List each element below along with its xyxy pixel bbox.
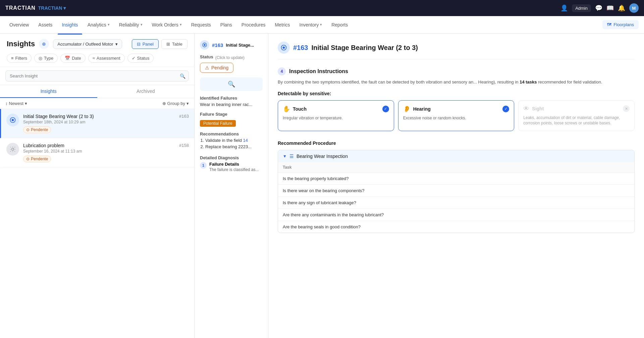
chevron-down-icon: ▾: [141, 22, 143, 27]
nav-item-requests[interactable]: Requests: [187, 19, 215, 30]
view-panel-button[interactable]: ⊟ Panel: [132, 39, 159, 49]
sense-name: Sight: [532, 106, 544, 111]
date-filter-button[interactable]: 📅 Date: [60, 54, 85, 63]
right-panel: #163 Initial Stage Bearing Wear (2 to 3)…: [268, 34, 644, 338]
chevron-down-icon: ▾: [186, 101, 189, 106]
nav-item-analytics[interactable]: Analytics ▾: [84, 19, 114, 30]
svg-point-1: [12, 119, 14, 121]
detail-header: #163 Initial Stage...: [200, 40, 263, 50]
view-table-button[interactable]: ⊞ Table: [161, 39, 187, 49]
status-click-hint: (Click to update): [215, 55, 245, 60]
nav-item-overview[interactable]: Overview: [5, 19, 33, 30]
sense-card-touch: ✋ Touch ✓ Irregular vibration or tempera…: [278, 100, 394, 131]
tractian-brand-btn[interactable]: TRACTIAN ▾: [38, 5, 66, 11]
nav-item-procedures[interactable]: Procedures: [237, 19, 270, 30]
nav-item-plans[interactable]: Plans: [216, 19, 236, 30]
tractian-logo: TRACTIAN: [5, 5, 36, 11]
admin-label: Admin: [575, 6, 588, 11]
insight-number: #158: [179, 143, 189, 148]
list-item: Replace bearing 2223...: [205, 144, 263, 149]
search-action-icon: 🔍: [228, 80, 235, 88]
procedure-table: Task Is the bearing properly lubricated?…: [278, 162, 634, 233]
bell-icon[interactable]: 🔔: [618, 4, 625, 12]
middle-insight-title: Initial Stage...: [226, 43, 254, 48]
procedure-header[interactable]: ▼ ☰ Bearing Wear Inspection: [278, 150, 634, 162]
step-desc: The failure is classified as...: [209, 167, 259, 172]
sense-card-header: ✋ Touch ✓: [283, 105, 389, 113]
admin-button[interactable]: Admin: [572, 4, 591, 12]
step-number: 1: [200, 162, 207, 169]
sense-card-hearing: 👂 Hearing ✓ Excessive noise or random kn…: [398, 100, 515, 131]
sense-desc: Irregular vibration or temperature.: [283, 115, 389, 121]
right-insight-num: #163: [293, 44, 308, 52]
list-item: Validate in the field 14: [205, 138, 263, 143]
nav-item-insights[interactable]: Insights: [58, 19, 82, 30]
sense-cards: ✋ Touch ✓ Irregular vibration or tempera…: [278, 100, 635, 131]
recommendations-label: Recommendations: [200, 131, 263, 136]
tabs-row: Insights Archived: [0, 85, 194, 98]
type-filter-button[interactable]: ◎ Type: [34, 54, 58, 63]
sense-card-header: 👂 Hearing ✓: [403, 105, 509, 113]
nav-item-reliability[interactable]: Reliability ▾: [115, 19, 147, 30]
nav-item-work-orders[interactable]: Work Orders ▾: [148, 19, 186, 30]
inspection-step-badge: 4: [278, 67, 286, 75]
filters-button[interactable]: ≡ Filters: [7, 54, 32, 63]
detailed-diagnosis-label: Detailed Diagnosis: [200, 155, 263, 160]
status-badge: ⊙ Pendente: [23, 156, 51, 162]
topbar-right: 👤 Admin 💬 📖 🔔 M: [560, 3, 639, 13]
chat-icon[interactable]: 💬: [595, 4, 602, 12]
identified-failures-section: Identified Failures Wear in bearing inne…: [200, 96, 263, 107]
nav-item-assets[interactable]: Assets: [34, 19, 56, 30]
nav-item-inventory[interactable]: Inventory ▾: [296, 19, 326, 30]
panel-title-row: Insights ⊕ Accumulator / Outfeed Motor ▾…: [7, 39, 187, 49]
floorplans-icon: 🗺: [607, 22, 611, 27]
assessment-filter-button[interactable]: ≈ Assessment: [88, 54, 125, 63]
insight-date: September 18th, 2024 at 10:29 am: [23, 120, 189, 124]
search-input[interactable]: [5, 70, 189, 81]
insight-number: #163: [179, 114, 189, 119]
insight-title: Initial Stage Bearing Wear (2 to 3): [23, 114, 189, 119]
failure-text: Wear in bearing inner rac...: [200, 102, 263, 107]
right-panel-header: #163 Initial Stage Bearing Wear (2 to 3): [278, 42, 635, 59]
insight-title: Lubrication problem: [23, 143, 189, 148]
rec-link[interactable]: 14: [243, 138, 248, 143]
x-icon: ✕: [623, 105, 630, 112]
middle-insight-num: #163: [212, 42, 223, 48]
avatar[interactable]: M: [629, 3, 639, 13]
status-filter-button[interactable]: ✓ Status: [127, 54, 154, 63]
search-action[interactable]: 🔍: [200, 77, 263, 91]
touch-icon: ✋: [283, 105, 290, 113]
list-item[interactable]: Lubrication problem September 16, 2024 a…: [0, 138, 194, 167]
checklist-icon: ☰: [289, 154, 294, 159]
tab-insights[interactable]: Insights: [0, 85, 97, 98]
table-row: Is there wear on the bearing components?: [278, 185, 634, 197]
list-item[interactable]: Initial Stage Bearing Wear (2 to 3) Sept…: [0, 109, 194, 138]
book-icon[interactable]: 📖: [606, 4, 614, 12]
pending-badge[interactable]: ⚠ Pending: [200, 63, 233, 73]
page-title: Insights: [7, 40, 35, 48]
status-icon: ✓: [132, 56, 136, 61]
chevron-down-icon: ▾: [180, 22, 182, 27]
floorplans-button[interactable]: 🗺 Floorplans: [602, 20, 639, 29]
nav-item-reports[interactable]: Reports: [327, 19, 352, 30]
nav-item-metrics[interactable]: Metrics: [271, 19, 294, 30]
inspection-section: 4 Inspection Instructions By combining t…: [278, 67, 635, 131]
user-icon: 👤: [560, 4, 568, 12]
chevron-down-icon: ▾: [115, 42, 118, 47]
sort-icon: ↕: [5, 101, 8, 106]
sort-button[interactable]: ↕ Newest ▾: [5, 101, 27, 106]
insight-list: Initial Stage Bearing Wear (2 to 3) Sept…: [0, 109, 194, 338]
panel-header: Insights ⊕ Accumulator / Outfeed Motor ▾…: [0, 34, 194, 67]
sense-card-sight: 👁 Sight ✕ Leaks, accumulation of dirt or…: [518, 100, 635, 131]
asset-selector[interactable]: Accumulator / Outfeed Motor ▾: [53, 39, 122, 49]
procedure-item: ▼ ☰ Bearing Wear Inspection Task Is the …: [278, 150, 635, 233]
view-toggle: ⊟ Panel ⊞ Table: [132, 39, 187, 49]
tab-archived[interactable]: Archived: [97, 85, 195, 98]
sense-name: Hearing: [413, 106, 431, 112]
check-icon: ✓: [382, 106, 389, 112]
groupby-button[interactable]: ⊕ Group by ▾: [162, 101, 189, 106]
navbar: Overview Assets Insights Analytics ▾ Rel…: [0, 16, 644, 34]
step-title: Failure Details: [209, 162, 259, 167]
chevron-down-icon: ▾: [25, 101, 27, 106]
sort-row: ↕ Newest ▾ ⊕ Group by ▾: [0, 98, 194, 109]
